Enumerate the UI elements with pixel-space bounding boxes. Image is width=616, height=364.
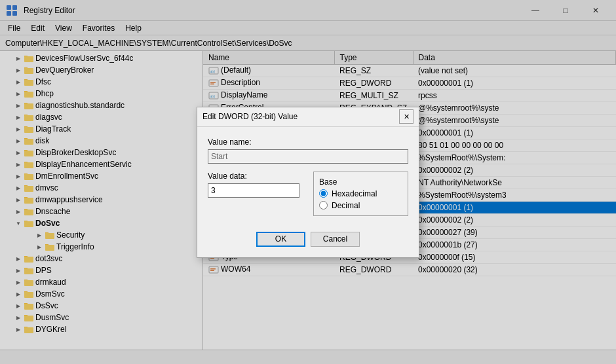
- radio-dec-text: Decimal: [332, 201, 360, 210]
- dialog-buttons: OK Cancel: [197, 227, 419, 257]
- value-name-input[interactable]: [208, 149, 408, 164]
- value-name-label: Value name:: [208, 137, 408, 147]
- dialog-title: Edit DWORD (32-bit) Value: [202, 112, 399, 121]
- ok-button[interactable]: OK: [256, 232, 305, 247]
- base-col: Base Hexadecimal Decimal: [313, 172, 408, 216]
- cancel-button[interactable]: Cancel: [311, 232, 360, 247]
- edit-dword-dialog: Edit DWORD (32-bit) Value ✕ Value name: …: [197, 107, 419, 258]
- base-box: Base Hexadecimal Decimal: [313, 172, 408, 216]
- base-label: Base: [319, 177, 402, 187]
- dialog-body: Value name: Value data: Base Hexadeci: [197, 127, 419, 227]
- dialog-overlay: Edit DWORD (32-bit) Value ✕ Value name: …: [0, 0, 616, 364]
- form-row: Value data: Base Hexadecimal: [208, 172, 408, 216]
- radio-hex-label[interactable]: Hexadecimal: [319, 189, 402, 198]
- value-name-group: Value name:: [208, 137, 408, 164]
- value-data-label: Value data:: [208, 172, 303, 181]
- radio-decimal[interactable]: [319, 201, 328, 209]
- value-data-input[interactable]: [208, 183, 299, 198]
- dialog-title-bar: Edit DWORD (32-bit) Value ✕: [197, 107, 419, 127]
- radio-group: Hexadecimal Decimal: [319, 189, 402, 210]
- radio-hexadecimal[interactable]: [319, 189, 328, 198]
- radio-dec-label[interactable]: Decimal: [319, 201, 402, 210]
- value-data-col: Value data:: [208, 172, 303, 216]
- dialog-close-button[interactable]: ✕: [399, 109, 414, 124]
- radio-hex-text: Hexadecimal: [332, 189, 377, 198]
